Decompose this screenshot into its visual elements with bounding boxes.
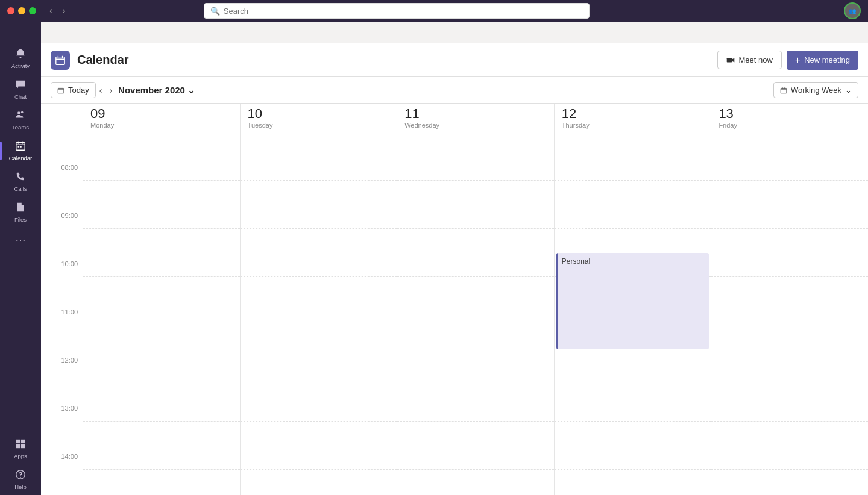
view-label: Working Week [791,86,841,95]
day-header-friday: 13 Friday [711,104,868,132]
svg-rect-7 [16,444,20,448]
sidebar-chat-label: Chat [14,93,27,100]
day-friday: 13 Friday [711,104,868,495]
search-icon: 🔍 [210,7,220,16]
meet-now-button[interactable]: Meet now [717,51,781,69]
day-wednesday: 11 Wednesday [397,104,555,495]
calendar-app-icon [51,51,70,70]
main-content: Calendar Meet now + New meeting Today ‹ … [41,43,868,495]
new-meeting-label: New meeting [804,55,850,64]
teams-icon [15,110,26,122]
new-meeting-button[interactable]: + New meeting [787,51,858,70]
svg-point-0 [17,111,20,114]
sidebar-help-label: Help [14,484,27,490]
time-slot-1200: 12:00 [41,354,83,402]
svg-rect-11 [56,57,64,64]
minimize-button[interactable] [18,7,25,14]
calls-icon [15,171,26,184]
svg-rect-2 [16,143,25,151]
day-body-friday[interactable] [711,132,868,495]
prev-week-button[interactable]: ‹ [96,83,106,98]
day-body-monday[interactable] [83,132,240,495]
day-monday: 09 Monday [83,104,241,495]
meet-now-label: Meet now [738,55,772,64]
time-column: 08:00 09:00 10:00 11:00 12:00 13:00 14:0… [41,104,83,495]
sidebar-teams-label: Teams [12,124,29,131]
day-body-wednesday[interactable] [397,132,554,495]
plus-icon: + [795,55,800,66]
svg-rect-5 [16,440,20,443]
time-slot-1300: 13:00 [41,402,83,450]
days-container: 09 Monday [83,104,868,495]
sidebar-apps-label: Apps [14,453,27,459]
time-slot-1000: 10:00 [41,258,83,306]
sidebar-item-apps[interactable]: Apps [0,434,41,464]
sidebar-item-help[interactable]: Help [0,464,41,495]
calendar-toolbar: Today ‹ › November 2020 ⌄ Working Week ⌄ [41,77,868,104]
calendar-grid: 08:00 09:00 10:00 11:00 12:00 13:00 14:0… [41,104,868,495]
files-icon [15,202,26,214]
chevron-down-icon: ⌄ [187,85,195,96]
svg-rect-3 [18,146,20,148]
sidebar-item-activity[interactable]: Activity [0,43,41,74]
sidebar: Activity Chat Teams Calendar Calls [0,22,41,495]
day-tuesday: 10 Tuesday [241,104,398,495]
view-chevron-icon: ⌄ [845,86,852,95]
svg-point-1 [21,111,24,114]
calendar-event-personal[interactable]: Personal [556,253,709,349]
view-selector[interactable]: Working Week ⌄ [773,82,858,98]
help-icon [15,469,26,482]
maximize-button[interactable] [29,7,36,14]
avatar[interactable]: 👥 [844,2,861,19]
svg-rect-6 [21,440,25,443]
svg-rect-8 [21,444,25,448]
svg-rect-12 [727,58,732,62]
search-bar: 🔍 [204,3,590,19]
sidebar-item-chat[interactable]: Chat [0,74,41,105]
svg-rect-13 [58,88,64,93]
svg-rect-14 [781,88,787,93]
event-title: Personal [562,257,590,266]
day-header-monday: 09 Monday [83,104,240,132]
title-bar: ‹ › 🔍 👥 [0,0,868,22]
forward-arrow[interactable]: › [58,4,69,17]
page-title: Calendar [77,53,717,67]
day-header-wednesday: 11 Wednesday [397,104,554,132]
month-year-label[interactable]: November 2020 ⌄ [118,85,195,96]
more-icon: … [15,232,26,243]
apps-icon [15,438,26,451]
close-button[interactable] [7,7,14,14]
sidebar-files-label: Files [14,216,27,223]
day-body-thursday[interactable]: Personal [555,132,711,495]
today-button[interactable]: Today [51,82,96,98]
day-header-thursday: 12 Thursday [555,104,711,132]
sidebar-calls-label: Calls [14,185,27,192]
traffic-lights [7,7,36,14]
sidebar-item-calendar[interactable]: Calendar [0,135,41,166]
time-slot-1400: 14:00 [41,450,83,495]
time-slot-900: 09:00 [41,210,83,258]
chat-icon [15,79,26,92]
calendar-icon [15,140,26,153]
time-slot-800: 08:00 [41,161,83,210]
svg-rect-4 [20,146,22,148]
day-thursday: 12 Thursday Personal [555,104,712,495]
next-week-button[interactable]: › [105,83,116,98]
day-body-tuesday[interactable] [241,132,397,495]
search-input[interactable] [224,7,583,16]
sidebar-calendar-label: Calendar [9,155,33,161]
back-arrow[interactable]: ‹ [46,4,56,17]
sidebar-item-more[interactable]: … [0,228,41,248]
sidebar-item-teams[interactable]: Teams [0,105,41,135]
sidebar-item-files[interactable]: Files [0,197,41,228]
sidebar-item-calls[interactable]: Calls [0,166,41,197]
day-header-tuesday: 10 Tuesday [241,104,397,132]
bell-icon [15,48,26,61]
time-slot-1100: 11:00 [41,306,83,354]
nav-arrows: ‹ › [46,4,69,17]
today-label: Today [68,86,89,95]
sidebar-activity-label: Activity [11,63,30,69]
calendar-header: Calendar Meet now + New meeting [41,43,868,77]
svg-point-10 [20,477,20,478]
